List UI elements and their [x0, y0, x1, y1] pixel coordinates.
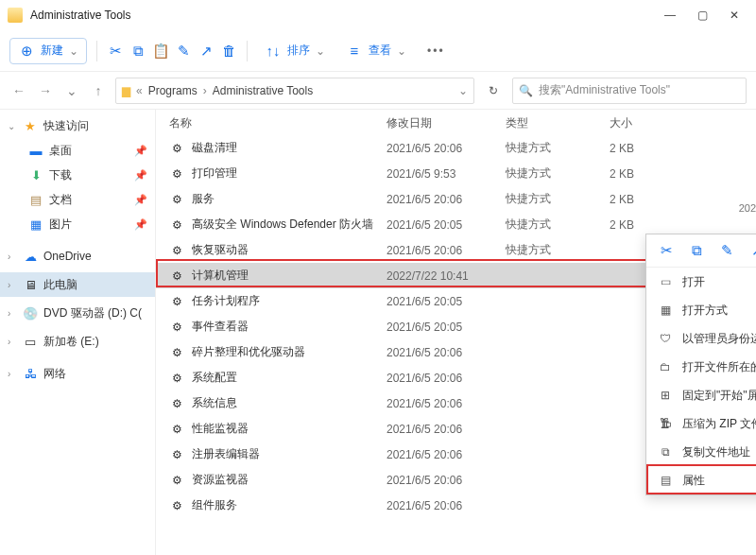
star-icon: ★: [23, 118, 38, 133]
ctx-open[interactable]: ▭ 打开 Enter: [646, 268, 756, 296]
breadcrumb-seg[interactable]: Programs: [148, 84, 198, 97]
sidebar-item-network[interactable]: › 🖧 网络: [0, 361, 155, 386]
refresh-button[interactable]: ↻: [482, 84, 505, 97]
ctx-open-with[interactable]: ▦ 打开方式 ›: [646, 296, 756, 324]
download-icon: ⬇: [28, 167, 43, 182]
sidebar-item-docs[interactable]: ▤ 文档 📌: [21, 187, 155, 212]
file-row[interactable]: ⚙打印管理2021/6/5 9:53快捷方式2 KB: [156, 161, 756, 186]
sidebar-item-pics[interactable]: ▦ 图片 📌: [21, 212, 155, 236]
file-date: 2021/6/5 20:06: [387, 423, 506, 436]
col-date[interactable]: 修改日期: [387, 115, 506, 131]
zip-icon: 🗜: [658, 417, 673, 430]
file-type: 快捷方式: [506, 191, 610, 207]
sidebar-label: 图片: [49, 217, 72, 233]
shield-icon: 🛡: [658, 332, 673, 345]
ctx-run-as-admin[interactable]: 🛡 以管理员身份运行: [646, 324, 756, 353]
file-type: 快捷方式: [506, 140, 610, 156]
file-size: 2 KB: [610, 142, 666, 155]
sidebar-label: 快速访问: [43, 118, 89, 134]
file-date: 2021/6/5 20:05: [387, 321, 506, 334]
chevron-down-icon[interactable]: ⌄: [62, 81, 81, 100]
sidebar-item-thispc[interactable]: › 🖥 此电脑: [0, 272, 155, 297]
expand-icon[interactable]: ›: [8, 251, 17, 262]
expand-icon[interactable]: ›: [8, 337, 17, 347]
cut-icon[interactable]: ✂: [107, 43, 124, 60]
search-box[interactable]: 🔍 搜索"Administrative Tools": [512, 78, 747, 104]
sort-button[interactable]: ↑↓ 排序 ⌄: [257, 39, 333, 63]
shortcut-icon: ⚙: [169, 473, 184, 488]
new-label: 新建: [41, 43, 63, 59]
plus-icon: ⊕: [18, 43, 35, 60]
up-button[interactable]: ↑: [89, 81, 108, 100]
col-name[interactable]: 名称: [169, 115, 387, 131]
breadcrumb-seg[interactable]: Administrative Tools: [213, 84, 314, 97]
ctx-pin-start[interactable]: ⊞ 固定到"开始"屏幕: [646, 381, 756, 409]
file-row[interactable]: ⚙组件服务2021/6/5 20:06: [156, 493, 756, 518]
paste-icon[interactable]: 📋: [152, 43, 169, 60]
collapse-icon[interactable]: ⌄: [8, 121, 17, 131]
file-date: 2021/6/5 20:05: [387, 295, 506, 308]
folder-icon: [8, 8, 23, 23]
shortcut-icon: ⚙: [169, 243, 184, 258]
ctx-label: 打开文件所在的位置: [682, 359, 756, 375]
col-size[interactable]: 大小: [610, 115, 666, 131]
pin-icon: 📌: [134, 169, 147, 182]
file-date: 2021/6/5 20:06: [387, 474, 506, 487]
rename-icon[interactable]: ✎: [175, 43, 192, 60]
sidebar-item-desktop[interactable]: ▬ 桌面 📌: [21, 138, 155, 163]
rename-icon[interactable]: ✎: [718, 242, 735, 259]
pin-icon: ⊞: [658, 389, 673, 402]
separator: [247, 41, 248, 61]
chevron-down-icon[interactable]: ⌄: [458, 84, 468, 97]
sort-label: 排序: [287, 43, 310, 59]
delete-icon[interactable]: 🗑: [220, 43, 237, 60]
cut-icon[interactable]: ✂: [658, 242, 675, 259]
sidebar-label: 网络: [43, 366, 66, 382]
nav-row: ← → ⌄ ↑ ▆ « Programs › Administrative To…: [0, 72, 756, 110]
sidebar-item-e[interactable]: › ▭ 新加卷 (E:): [0, 329, 155, 354]
share-icon[interactable]: ↗: [198, 43, 215, 60]
view-button[interactable]: ≡ 查看 ⌄: [338, 39, 414, 63]
context-menu: ✂ ⧉ ✎ ↗ ▭ 打开 Enter ▦ 打开方式 › 🛡 以管理员身份运行 🗀: [645, 234, 756, 495]
shortcut-icon: ⚙: [169, 294, 184, 309]
new-button[interactable]: ⊕ 新建 ⌄: [9, 38, 87, 64]
sidebar-item-dvd[interactable]: › 💿 DVD 驱动器 (D:) C(: [0, 301, 155, 325]
address-bar[interactable]: ▆ « Programs › Administrative Tools ⌄: [115, 78, 474, 104]
pc-icon: 🖥: [23, 277, 38, 292]
more-button[interactable]: •••: [420, 44, 453, 58]
copy-icon[interactable]: ⧉: [129, 43, 146, 60]
network-icon: 🖧: [23, 366, 38, 381]
back-button[interactable]: ←: [9, 81, 28, 100]
search-icon: 🔍: [519, 84, 533, 97]
column-headers: 名称 修改日期 类型 大小: [156, 110, 756, 135]
file-row[interactable]: ⚙磁盘清理2021/6/5 20:06快捷方式2 KB: [156, 135, 756, 161]
minimize-button[interactable]: —: [663, 9, 677, 22]
file-size: 2 KB: [610, 218, 666, 232]
ctx-copy-path[interactable]: ⧉ 复制文件地址: [646, 438, 756, 466]
expand-icon[interactable]: ›: [8, 369, 17, 379]
file-row[interactable]: ⚙服务2021/6/5 20:06快捷方式2 KB: [156, 186, 756, 212]
sidebar-item-downloads[interactable]: ⬇ 下载 📌: [21, 163, 155, 187]
ctx-zip[interactable]: 🗜 压缩为 ZIP 文件: [646, 409, 756, 438]
expand-icon[interactable]: ›: [8, 280, 17, 290]
pin-icon: 📌: [134, 145, 147, 157]
picture-icon: ▦: [28, 217, 43, 232]
maximize-button[interactable]: ▢: [696, 9, 709, 22]
col-type[interactable]: 类型: [506, 115, 610, 131]
close-button[interactable]: ✕: [728, 9, 741, 22]
expand-icon[interactable]: ›: [8, 308, 17, 319]
share-icon[interactable]: ↗: [748, 242, 756, 259]
ctx-open-location[interactable]: 🗀 打开文件所在的位置: [646, 353, 756, 381]
sidebar-item-quick[interactable]: ⌄ ★ 快速访问: [0, 113, 155, 138]
view-label: 查看: [369, 43, 391, 59]
ctx-properties[interactable]: ▤ 属性 Alt+Enter: [646, 466, 756, 494]
sidebar-item-onedrive[interactable]: › ☁ OneDrive: [0, 244, 155, 269]
sort-icon: ↑↓: [265, 43, 282, 60]
file-type: 快捷方式: [506, 217, 610, 233]
forward-button[interactable]: →: [36, 81, 55, 100]
file-date: 2021/6/5 20:06: [387, 142, 506, 155]
sidebar-label: 新加卷 (E:): [43, 334, 99, 350]
file-name: 系统配置: [192, 370, 387, 386]
copy-icon[interactable]: ⧉: [688, 242, 705, 259]
file-size: 2 KB: [610, 167, 666, 181]
